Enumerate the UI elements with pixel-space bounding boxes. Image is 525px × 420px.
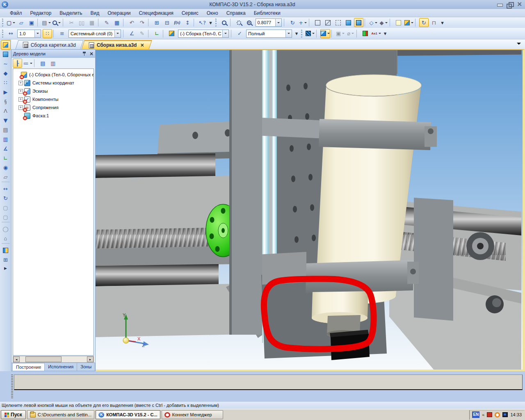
lp-rotate2-button[interactable]: ▢	[1, 212, 11, 222]
tree-horizontal-scrollbar[interactable]: ◄ ►	[13, 356, 94, 363]
shaded-button[interactable]	[344, 18, 353, 27]
tab-sborka-karetki[interactable]: Сборка каретки.a3d	[15, 40, 84, 49]
tree-structure-button[interactable]: ┠	[13, 59, 22, 68]
dropdown-arrow-icon[interactable]	[114, 30, 121, 37]
print-button[interactable]: ▤	[41, 18, 51, 27]
tab-sborka-niza[interactable]: Сборка низа.a3d ×	[82, 40, 152, 49]
menu-help[interactable]: Справка	[222, 9, 250, 17]
current-part-button[interactable]	[167, 29, 176, 38]
no-section-button[interactable]: ⌀	[346, 29, 355, 38]
dimensions-button[interactable]	[361, 29, 370, 38]
dropdown-arrow-icon[interactable]	[222, 30, 228, 37]
layer-combo[interactable]: Системный слой (0)	[68, 30, 121, 38]
tray-connect-manager-icon[interactable]	[495, 412, 500, 418]
refresh-image-button[interactable]: ↻	[419, 18, 429, 27]
menu-select[interactable]: Выделить	[55, 9, 86, 17]
task-connect[interactable]: Коннект Менеджер	[162, 410, 223, 419]
minimize-button[interactable]	[496, 2, 504, 7]
tab-ispolneniya[interactable]: Исполнения	[45, 363, 77, 371]
expand-icon[interactable]: +	[18, 89, 23, 94]
print-preview-button[interactable]	[52, 18, 62, 27]
current-part-combo[interactable]: (-) Сборка (Тел-0, С	[178, 30, 229, 38]
sketch-edit-button[interactable]: ✎	[137, 29, 147, 38]
zoom-pointer-button[interactable]	[219, 18, 229, 27]
menu-operations[interactable]: Операции	[103, 9, 135, 17]
window-manager-button[interactable]: ⊞	[152, 18, 162, 27]
lp-collision-button[interactable]: ▢	[1, 203, 11, 212]
new-document-button[interactable]: ▢	[6, 18, 16, 27]
expand-icon[interactable]: +	[18, 105, 23, 110]
save-button[interactable]: ▣	[27, 18, 36, 27]
structure-button[interactable]: ✓	[235, 29, 244, 38]
lp-corner-button[interactable]: ∟	[1, 153, 11, 163]
menu-view[interactable]: Вид	[87, 9, 104, 17]
close-button[interactable]	[516, 2, 523, 7]
toolbar-overflow[interactable]: ▾	[294, 29, 299, 38]
zoom-in-button[interactable]	[244, 18, 254, 27]
expand-icon[interactable]: +	[18, 97, 23, 102]
menu-service[interactable]: Сервис	[178, 9, 203, 17]
lp-filter-button[interactable]: ▼	[1, 116, 11, 125]
wireframe-button[interactable]	[313, 18, 322, 27]
snap-button[interactable]: ∷	[43, 29, 52, 38]
orientation-button[interactable]: +	[298, 18, 308, 27]
hidden-lines-button[interactable]	[323, 18, 333, 27]
lp-aux-geometry-button[interactable]: ▶	[1, 87, 11, 97]
step-button[interactable]: ↔	[6, 29, 16, 38]
lp-check-button[interactable]: ∡	[1, 144, 11, 153]
tray-display-icon[interactable]	[502, 412, 508, 417]
language-indicator[interactable]: EN	[472, 411, 479, 418]
section-view-button[interactable]	[305, 29, 315, 38]
rebuild-button[interactable]: ⊓	[429, 18, 439, 27]
tree-item[interactable]: ! Фаска:1	[13, 112, 94, 120]
zoom-area-button[interactable]	[234, 18, 244, 27]
image-button[interactable]	[404, 18, 414, 27]
lp-spline-button[interactable]: ~	[1, 59, 11, 68]
specification-button[interactable]: ▦	[112, 18, 122, 27]
tray-chevron-icon[interactable]: «	[482, 412, 484, 417]
lp-move-button[interactable]: ↔	[1, 184, 11, 194]
cut-button[interactable]: ✂	[67, 18, 76, 27]
shaded-edges-button[interactable]	[354, 18, 363, 27]
hidden-thin-button[interactable]	[333, 18, 343, 27]
sketch-polyline-button[interactable]: ∠	[127, 29, 137, 38]
pin-icon[interactable]	[82, 51, 87, 56]
tree-item[interactable]: + ! Системы координат	[13, 79, 94, 87]
tab-close-icon[interactable]: ×	[140, 43, 144, 48]
tree-extra-window-button[interactable]: ▥	[48, 59, 58, 68]
variables-button[interactable]: ⊟	[162, 18, 172, 27]
copy-button[interactable]: ▯▯	[77, 18, 87, 27]
panel-close-icon[interactable]: ×	[89, 51, 94, 56]
lp-edit-part-button[interactable]	[1, 40, 11, 50]
scrollbar-thumb[interactable]	[25, 356, 62, 362]
hide-components-button[interactable]: ◆	[379, 18, 388, 27]
simplified-display-button[interactable]	[394, 18, 403, 27]
lp-copy-button[interactable]	[1, 246, 11, 255]
redo-button[interactable]: ↷	[137, 18, 147, 27]
lp-snapshot-button[interactable]: ◉	[1, 163, 11, 172]
task-explorer[interactable]: C:\Documents and Settin...	[27, 410, 94, 419]
lp-solid-button[interactable]	[1, 50, 11, 59]
start-button[interactable]: Пуск	[1, 410, 26, 419]
toolbar-overflow[interactable]: ▾	[440, 18, 445, 27]
lp-robot-button[interactable]: ◯	[1, 224, 11, 234]
task-kompas[interactable]: КОМПАС-3D V15.2 - С...	[96, 410, 160, 419]
scroll-right-icon[interactable]: ►	[87, 356, 94, 362]
toolbar-overflow[interactable]: ▾	[208, 18, 214, 27]
open-button[interactable]: ▱	[16, 18, 26, 27]
lp-collections-button[interactable]: §	[1, 97, 11, 106]
tree-composition-button[interactable]: ≔	[23, 59, 33, 68]
hide-objects-button[interactable]: ◇	[369, 18, 378, 27]
tree-report-button[interactable]: ▤	[38, 59, 48, 68]
dropdown-arrow-icon[interactable]	[34, 30, 41, 37]
menu-specification[interactable]: Спецификация	[135, 9, 177, 17]
fx-button[interactable]: f(x)	[173, 18, 182, 27]
lp-points-button[interactable]: ∷	[1, 78, 11, 87]
scale-combo[interactable]: 0.8077	[256, 18, 282, 27]
rotate-button[interactable]: ↻	[288, 18, 297, 27]
tray-monitor-red-icon[interactable]	[487, 412, 492, 417]
tree-item[interactable]: + ! Сопряжения	[13, 103, 94, 112]
copy-properties-button[interactable]: ✎	[102, 18, 112, 27]
undo-button[interactable]: ↶	[127, 18, 137, 27]
3d-viewport[interactable]: Y X Z	[96, 49, 525, 371]
